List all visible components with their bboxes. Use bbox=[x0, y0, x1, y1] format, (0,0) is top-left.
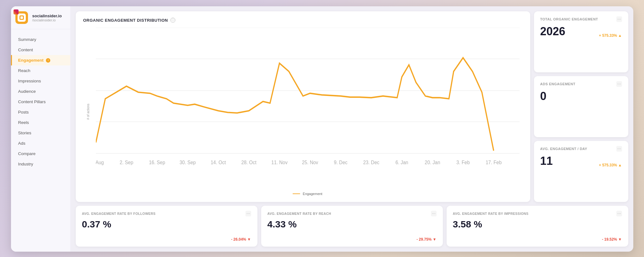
total-organic-change: + 575.33% ▲ bbox=[599, 33, 622, 38]
by-followers-change: - 26.04% ▼ bbox=[231, 237, 251, 242]
by-impressions-arrow-icon: ▼ bbox=[618, 237, 622, 242]
svg-text:17. Feb: 17. Feb bbox=[486, 159, 502, 165]
sidebar-item-posts[interactable]: Posts bbox=[11, 107, 70, 117]
svg-rect-1 bbox=[20, 16, 23, 19]
by-followers-card: AVG. ENGAGEMENT RATE BY FOLLOWERS ⋯ 0.37… bbox=[76, 206, 257, 247]
chart-header: ORGANIC ENGAGEMENT DISTRIBUTION ⓘ bbox=[83, 18, 523, 23]
brand-info: socialinsider.io /socialinsider.io bbox=[32, 14, 62, 22]
total-organic-value: 2026 bbox=[540, 25, 565, 38]
total-organic-menu[interactable]: ⋯ bbox=[616, 16, 622, 22]
logo-icon bbox=[19, 15, 25, 20]
main-content: ORGANIC ENGAGEMENT DISTRIBUTION ⓘ # of a… bbox=[71, 6, 633, 252]
svg-text:2. Sep: 2. Sep bbox=[119, 159, 133, 165]
svg-text:19. Aug: 19. Aug bbox=[96, 159, 104, 165]
svg-text:14. Oct: 14. Oct bbox=[211, 159, 226, 165]
sidebar-item-audience[interactable]: Audience bbox=[11, 86, 70, 97]
sidebar-item-summary[interactable]: Summary bbox=[11, 34, 70, 45]
legend-label: Engagement bbox=[303, 192, 322, 196]
sidebar-item-engagement[interactable]: Engagement ! bbox=[11, 55, 70, 65]
chart-area: # of actions 0 50 100 bbox=[83, 28, 523, 196]
sidebar-item-impressions[interactable]: Impressions bbox=[11, 76, 70, 86]
chart-svg: 0 50 100 150 200 19. Aug 2. Sep 16. Sep … bbox=[96, 28, 520, 186]
by-impressions-menu[interactable]: ⋯ bbox=[616, 211, 622, 216]
by-followers-title: AVG. ENGAGEMENT RATE BY FOLLOWERS bbox=[82, 212, 156, 215]
by-reach-arrow-icon: ▼ bbox=[433, 237, 437, 242]
by-reach-title: AVG. ENGAGEMENT RATE BY REACH bbox=[267, 212, 331, 215]
svg-text:6. Jan: 6. Jan bbox=[395, 159, 408, 165]
ads-engagement-value: 0 bbox=[540, 90, 547, 103]
ads-engagement-bottom: 0 bbox=[540, 90, 622, 103]
sidebar-item-stories[interactable]: Stories bbox=[11, 128, 70, 138]
sidebar-item-reels[interactable]: Reels bbox=[11, 117, 70, 128]
total-organic-title: TOTAL ORGANIC ENGAGEMENT bbox=[540, 17, 598, 21]
total-organic-bottom: 2026 + 575.33% ▲ bbox=[540, 25, 622, 38]
y-axis-label: # of actions bbox=[86, 103, 90, 120]
avg-engagement-day-value: 11 bbox=[540, 155, 553, 167]
legend-line-icon bbox=[293, 193, 300, 194]
avg-engagement-day-bottom: 11 + 575.33% ▲ bbox=[540, 155, 622, 167]
avg-engagement-day-card: AVG. ENGAGEMENT / DAY ⋯ 11 + 575.33% ▲ bbox=[534, 141, 628, 202]
bottom-row: AVG. ENGAGEMENT RATE BY FOLLOWERS ⋯ 0.37… bbox=[76, 206, 628, 247]
by-followers-value: 0.37 % bbox=[82, 219, 251, 229]
brand-handle: /socialinsider.io bbox=[32, 18, 62, 22]
sidebar-item-industry[interactable]: Industry bbox=[11, 159, 70, 169]
svg-text:11. Nov: 11. Nov bbox=[271, 159, 288, 165]
sidebar-navigation: Summary Content Engagement ! Reach Impre… bbox=[11, 29, 70, 252]
svg-text:30. Sep: 30. Sep bbox=[179, 159, 196, 165]
sidebar: socialinsider.io /socialinsider.io Summa… bbox=[11, 6, 71, 252]
total-organic-card: TOTAL ORGANIC ENGAGEMENT ⋯ 2026 + 575.33… bbox=[534, 11, 628, 72]
avg-engagement-day-menu[interactable]: ⋯ bbox=[616, 146, 622, 152]
chart-title: ORGANIC ENGAGEMENT DISTRIBUTION bbox=[83, 18, 168, 23]
by-reach-card: AVG. ENGAGEMENT RATE BY REACH ⋯ 4.33 % -… bbox=[261, 206, 443, 247]
by-followers-bottom: - 26.04% ▼ bbox=[82, 237, 251, 242]
svg-text:20. Jan: 20. Jan bbox=[425, 159, 440, 165]
total-organic-header: TOTAL ORGANIC ENGAGEMENT ⋯ bbox=[540, 16, 622, 22]
avg-day-arrow-icon: ▲ bbox=[618, 163, 622, 167]
by-impressions-header: AVG. ENGAGEMENT RATE BY IMPRESSIONS ⋯ bbox=[453, 211, 622, 216]
by-reach-change: - 29.75% ▼ bbox=[416, 237, 436, 242]
stats-column: TOTAL ORGANIC ENGAGEMENT ⋯ 2026 + 575.33… bbox=[534, 11, 628, 202]
avg-engagement-day-change: + 575.33% ▲ bbox=[599, 163, 622, 167]
chart-legend: Engagement bbox=[96, 192, 520, 196]
sidebar-item-content-pillars[interactable]: Content Pillars bbox=[11, 97, 70, 107]
by-impressions-change: - 19.52% ▼ bbox=[602, 237, 622, 242]
by-impressions-value: 3.58 % bbox=[453, 219, 622, 229]
ads-engagement-title: ADS ENGAGEMENT bbox=[540, 82, 575, 86]
brand-name: socialinsider.io bbox=[32, 14, 62, 18]
by-reach-value: 4.33 % bbox=[267, 219, 437, 229]
sidebar-item-compare[interactable]: Compare bbox=[11, 148, 70, 159]
by-reach-menu[interactable]: ⋯ bbox=[431, 211, 437, 216]
svg-text:16. Sep: 16. Sep bbox=[149, 159, 165, 165]
by-followers-header: AVG. ENGAGEMENT RATE BY FOLLOWERS ⋯ bbox=[82, 211, 251, 216]
by-impressions-bottom: - 19.52% ▼ bbox=[453, 237, 622, 242]
svg-text:9. Dec: 9. Dec bbox=[334, 159, 347, 165]
by-impressions-title: AVG. ENGAGEMENT RATE BY IMPRESSIONS bbox=[453, 212, 529, 215]
ads-engagement-card: ADS ENGAGEMENT ⋯ 0 bbox=[534, 76, 628, 137]
by-followers-menu[interactable]: ⋯ bbox=[245, 211, 251, 216]
engagement-badge: ! bbox=[46, 58, 50, 63]
sidebar-header: socialinsider.io /socialinsider.io bbox=[11, 6, 70, 29]
svg-text:25. Nov: 25. Nov bbox=[302, 159, 318, 165]
chart-info-icon[interactable]: ⓘ bbox=[170, 18, 175, 23]
by-impressions-card: AVG. ENGAGEMENT RATE BY IMPRESSIONS ⋯ 3.… bbox=[447, 206, 628, 247]
sidebar-item-content[interactable]: Content bbox=[11, 45, 70, 55]
total-organic-arrow-icon: ▲ bbox=[618, 33, 622, 38]
chart-svg-container: 0 50 100 150 200 19. Aug 2. Sep 16. Sep … bbox=[96, 28, 520, 186]
instagram-badge-icon bbox=[14, 9, 19, 14]
chart-card: ORGANIC ENGAGEMENT DISTRIBUTION ⓘ # of a… bbox=[76, 11, 530, 202]
sidebar-item-ads[interactable]: Ads bbox=[11, 138, 70, 148]
avg-engagement-day-title: AVG. ENGAGEMENT / DAY bbox=[540, 147, 587, 151]
by-reach-bottom: - 29.75% ▼ bbox=[267, 237, 437, 242]
ads-engagement-header: ADS ENGAGEMENT ⋯ bbox=[540, 81, 622, 87]
by-followers-arrow-icon: ▼ bbox=[247, 237, 251, 242]
top-row: ORGANIC ENGAGEMENT DISTRIBUTION ⓘ # of a… bbox=[76, 11, 628, 202]
ads-engagement-menu[interactable]: ⋯ bbox=[616, 81, 622, 87]
svg-text:28. Oct: 28. Oct bbox=[241, 159, 256, 165]
svg-text:23. Dec: 23. Dec bbox=[363, 159, 379, 165]
by-reach-header: AVG. ENGAGEMENT RATE BY REACH ⋯ bbox=[267, 211, 437, 216]
sidebar-item-reach[interactable]: Reach bbox=[11, 65, 70, 76]
avg-engagement-day-header: AVG. ENGAGEMENT / DAY ⋯ bbox=[540, 146, 622, 152]
svg-text:3. Feb: 3. Feb bbox=[456, 159, 470, 165]
